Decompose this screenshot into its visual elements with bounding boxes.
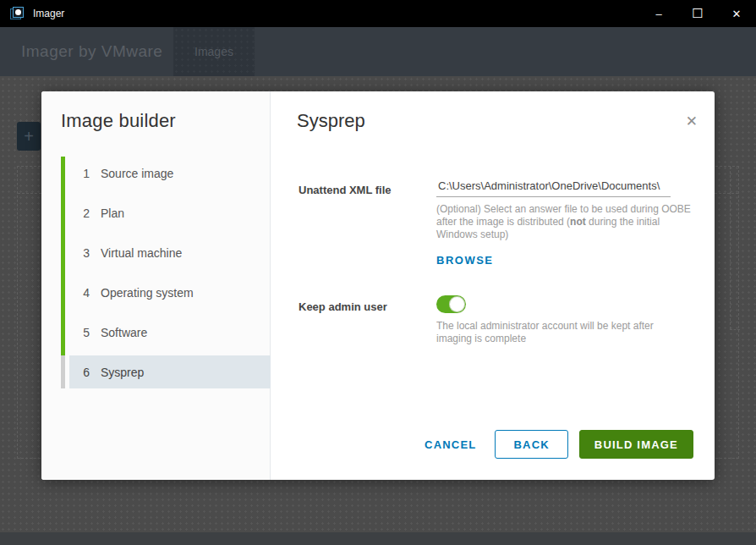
tab-images[interactable]: Images xyxy=(173,27,255,76)
image-builder-dialog: Image builder 1 Source image 2 Plan 3 Vi… xyxy=(41,91,715,480)
step-source-image[interactable]: 1 Source image xyxy=(41,153,271,193)
step-operating-system[interactable]: 4 Operating system xyxy=(41,272,271,312)
tab-images-label: Images xyxy=(194,45,233,58)
step-number: 1 xyxy=(81,167,90,180)
toggle-knob xyxy=(449,296,465,312)
wizard-title: Image builder xyxy=(61,110,176,132)
step-label: Plan xyxy=(101,206,124,220)
dialog-footer: CANCEL BACK BUILD IMAGE xyxy=(425,430,693,459)
minimize-button[interactable]: – xyxy=(639,0,678,27)
dialog-close-icon: ✕ xyxy=(686,113,698,129)
step-software[interactable]: 5 Software xyxy=(41,312,271,352)
browse-button[interactable]: BROWSE xyxy=(436,254,494,267)
step-sysprep-active[interactable]: 6 Sysprep xyxy=(69,355,271,388)
close-icon: ✕ xyxy=(732,8,742,20)
taskbar-edge xyxy=(0,532,756,545)
unattend-xml-input[interactable] xyxy=(436,177,671,197)
step-label: Operating system xyxy=(101,286,194,300)
step-number: 3 xyxy=(81,246,90,260)
wizard-sidebar: Image builder 1 Source image 2 Plan 3 Vi… xyxy=(41,91,271,480)
window-titlebar: Imager – ☐ ✕ xyxy=(0,0,756,27)
step-label: Sysprep xyxy=(101,366,144,379)
close-window-button[interactable]: ✕ xyxy=(717,0,756,27)
step-number: 4 xyxy=(81,286,90,300)
panel-title: Sysprep xyxy=(297,110,365,132)
background-table-row-divider xyxy=(730,329,740,330)
step-label: Source image xyxy=(101,167,173,180)
back-button[interactable]: BACK xyxy=(495,430,567,459)
step-number: 2 xyxy=(81,206,90,220)
sysprep-panel: Sysprep ✕ Unattend XML file (Optional) S… xyxy=(271,91,715,480)
keep-admin-toggle[interactable] xyxy=(436,295,466,313)
keep-admin-label: Keep admin user xyxy=(299,300,387,313)
brand-title: Imager by VMware xyxy=(21,42,162,61)
plus-icon: + xyxy=(24,127,34,146)
unattend-xml-label: Unattend XML file xyxy=(299,184,392,196)
window-title: Imager xyxy=(33,8,64,19)
keep-admin-help: The local administrator account will be … xyxy=(436,320,692,345)
step-virtual-machine[interactable]: 3 Virtual machine xyxy=(41,233,271,272)
step-label: Software xyxy=(101,326,147,339)
minimize-icon: – xyxy=(655,8,661,20)
unattend-xml-help: (Optional) Select an answer file to be u… xyxy=(436,203,692,241)
app-header: Imager by VMware Images xyxy=(0,27,756,76)
unattend-xml-control: (Optional) Select an answer file to be u… xyxy=(436,177,692,267)
keep-admin-control: The local administrator account will be … xyxy=(436,295,692,345)
maximize-button[interactable]: ☐ xyxy=(678,0,717,27)
background-table-column-divider xyxy=(730,167,731,329)
app-icon xyxy=(10,7,25,20)
step-number: 5 xyxy=(81,326,90,339)
add-image-button[interactable]: + xyxy=(17,122,41,151)
step-plan[interactable]: 2 Plan xyxy=(41,193,271,233)
maximize-icon: ☐ xyxy=(692,6,703,21)
cancel-button[interactable]: CANCEL xyxy=(425,438,476,451)
step-number: 6 xyxy=(81,366,90,379)
dialog-close-button[interactable]: ✕ xyxy=(686,114,698,129)
wizard-steps: 1 Source image 2 Plan 3 Virtual machine … xyxy=(41,153,271,392)
build-image-button[interactable]: BUILD IMAGE xyxy=(579,430,693,459)
step-label: Virtual machine xyxy=(101,246,182,260)
